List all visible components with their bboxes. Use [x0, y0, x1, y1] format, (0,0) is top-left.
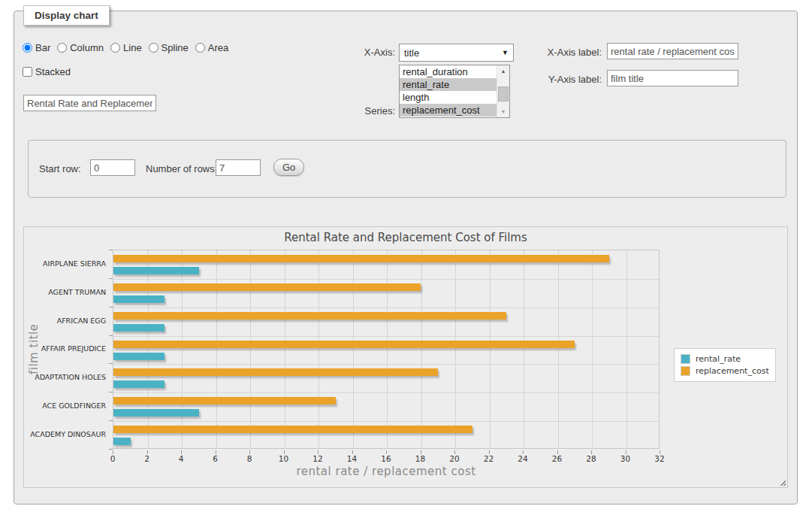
- x-tick-label: 0: [101, 454, 124, 463]
- gridline-v: [626, 250, 627, 448]
- chevron-down-icon: ▼: [502, 49, 509, 56]
- y-axis-tick: [109, 335, 113, 336]
- chart-type-radio-spline[interactable]: [149, 43, 158, 53]
- y-axis-tick: [109, 420, 113, 421]
- bar-replacement-cost: [113, 426, 472, 433]
- chart-type-radio-line[interactable]: [110, 43, 120, 53]
- gridline-v: [421, 250, 422, 448]
- gridline-h: [113, 364, 659, 365]
- scroll-up-icon[interactable]: ▲: [497, 65, 509, 77]
- chart-type-bar[interactable]: Bar: [23, 42, 50, 53]
- x-axis-label-input[interactable]: [607, 43, 738, 59]
- bar-rental-rate: [113, 409, 199, 417]
- y-axis-tick: [109, 278, 113, 279]
- start-row-label: Start row:: [39, 163, 81, 174]
- bar-rental-rate: [113, 380, 165, 388]
- chart-type-radio-column[interactable]: [57, 43, 67, 53]
- series-option-rental_duration[interactable]: rental_duration: [400, 65, 497, 78]
- series-listbox-options: rental_durationrental_ratelengthreplacem…: [400, 65, 497, 117]
- y-axis-tick: [109, 250, 113, 250]
- y-axis-tick: [109, 363, 113, 364]
- go-button[interactable]: Go: [273, 159, 304, 176]
- x-tick-label: 8: [238, 454, 261, 463]
- x-tick-label: 26: [546, 454, 569, 463]
- scroll-down-icon[interactable]: ▼: [497, 106, 509, 117]
- chart-title-input[interactable]: [23, 95, 156, 111]
- chart-type-line[interactable]: Line: [110, 42, 142, 53]
- x-tick-label: 4: [170, 454, 192, 463]
- bar-replacement-cost: [113, 312, 506, 320]
- rental_rate-swatch: [681, 354, 690, 364]
- gridline-v: [216, 250, 217, 448]
- category-label: ADAPTATION HOLES: [24, 373, 106, 382]
- chart-type-column[interactable]: Column: [57, 42, 104, 53]
- x-tick-label: 2: [136, 454, 158, 463]
- x-tick-label: 12: [306, 454, 329, 463]
- gridline-v: [524, 250, 524, 448]
- x-tick-label: 14: [341, 454, 364, 463]
- gridline-v: [285, 250, 285, 448]
- chart-type-area[interactable]: Area: [195, 42, 228, 53]
- x-axis-label-text: X-Axis label:: [525, 47, 602, 58]
- chart-type-spline[interactable]: Spline: [149, 42, 189, 53]
- gridline-v: [490, 250, 491, 448]
- chart-area: Rental Rate and Replacement Cost of Film…: [23, 226, 788, 488]
- series-label: Series:: [324, 105, 395, 117]
- y-axis-label-input[interactable]: [607, 70, 738, 86]
- panel-title: Display chart: [23, 5, 110, 26]
- gridline-v: [182, 250, 183, 448]
- x-tick-label: 22: [478, 454, 500, 463]
- gridline-v: [148, 250, 149, 448]
- series-option-replacement_cost[interactable]: replacement_cost: [400, 104, 497, 117]
- series-scrollbar[interactable]: ▲ ▼: [497, 65, 509, 117]
- chart-type-radio-bar[interactable]: [23, 43, 32, 53]
- series-option-length[interactable]: length: [400, 91, 497, 104]
- series-listbox[interactable]: rental_durationrental_ratelengthreplacem…: [399, 65, 510, 118]
- num-rows-label: Number of rows:: [146, 163, 217, 174]
- chart-type-label: Column: [70, 42, 104, 53]
- x-tick-label: 6: [204, 454, 227, 463]
- legend-item: replacement_cost: [681, 366, 769, 376]
- x-axis-select[interactable]: title ▼: [399, 44, 514, 62]
- x-tick-label: 20: [443, 454, 466, 463]
- chart-legend: rental_ratereplacement_cost: [674, 348, 776, 382]
- x-axis-selected-value: title: [404, 47, 419, 59]
- gridline-v: [592, 250, 593, 448]
- start-row-input[interactable]: [90, 159, 135, 176]
- bar-rental-rate: [113, 267, 199, 274]
- num-rows-input[interactable]: [216, 159, 261, 176]
- gridline-h: [113, 421, 659, 422]
- x-tick-label: 28: [580, 454, 602, 463]
- legend-label: replacement_cost: [696, 366, 769, 376]
- category-label: AFRICAN EGG: [24, 317, 106, 326]
- bar-rental-rate: [113, 295, 165, 303]
- chart-type-radio-area[interactable]: [195, 43, 205, 53]
- gridline-v: [318, 250, 319, 448]
- bar-rental-rate: [113, 438, 131, 445]
- category-label: ACADEMY DINOSAUR: [24, 430, 106, 439]
- bar-rental-rate: [113, 353, 165, 360]
- bar-rental-rate: [113, 324, 165, 332]
- stacked-option[interactable]: Stacked: [23, 66, 71, 77]
- gridline-v: [387, 250, 388, 448]
- bar-replacement-cost: [113, 341, 575, 348]
- stacked-checkbox[interactable]: [23, 67, 32, 77]
- x-tick-label: 32: [648, 454, 671, 463]
- series-option-rental_rate[interactable]: rental_rate: [400, 78, 497, 91]
- scrollbar-thumb[interactable]: [498, 86, 509, 101]
- gridline-h: [113, 308, 659, 308]
- x-axis-select-label: X-Axis:: [324, 47, 395, 58]
- replacement_cost-swatch: [681, 366, 690, 376]
- chart-title: Rental Rate and Replacement Cost of Film…: [24, 231, 787, 244]
- gridline-v: [353, 250, 354, 448]
- stacked-label: Stacked: [35, 66, 71, 77]
- gridline-v: [455, 250, 456, 448]
- gridline-h: [113, 392, 659, 393]
- gridline-v: [558, 250, 559, 448]
- y-axis-tick: [109, 307, 113, 308]
- x-tick-label: 30: [614, 454, 637, 463]
- chart-type-label: Line: [123, 42, 142, 53]
- legend-label: rental_rate: [696, 354, 741, 364]
- bar-replacement-cost: [113, 255, 609, 262]
- resize-handle-icon[interactable]: [778, 478, 786, 486]
